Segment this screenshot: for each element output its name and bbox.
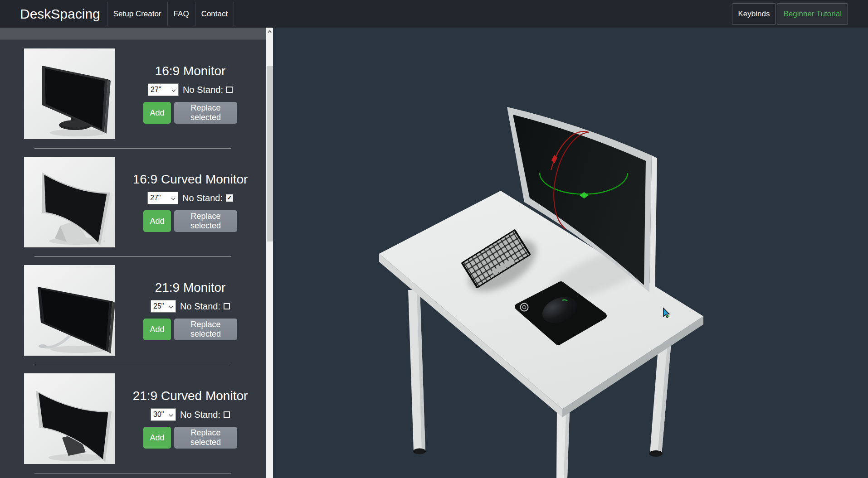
no-stand-checkbox[interactable] [226, 87, 233, 93]
size-select-value: 25" [153, 302, 164, 310]
replace-selected-button[interactable]: Replace selected [174, 102, 237, 124]
product-card: 16:9 Monitor 27" No Stand: Add Replace s… [24, 48, 266, 139]
product-card: 21:9 Curved Monitor 30" No Stand: Add Re… [24, 373, 266, 464]
size-select-value: 27" [150, 194, 161, 202]
add-button[interactable]: Add [143, 427, 171, 449]
product-options-row: 30" No Stand: [151, 408, 230, 421]
chevron-down-icon [169, 410, 173, 419]
sidebar-scrollbar[interactable] [266, 28, 273, 478]
chevron-down-icon [171, 86, 176, 94]
product-divider [34, 473, 231, 473]
product-card: 16:9 Curved Monitor 27" No Stand: ✓ Add … [24, 157, 266, 247]
size-select[interactable]: 27" [147, 192, 178, 204]
product-controls: 16:9 Curved Monitor 27" No Stand: ✓ Add … [115, 157, 266, 247]
nav-item-setup-creator[interactable]: Setup Creator [107, 2, 167, 26]
scrollbar-up-arrow-icon[interactable] [266, 28, 273, 35]
scrollbar-thumb[interactable] [267, 66, 273, 241]
nav-actions: Keybinds Beginner Tutorial [732, 3, 848, 25]
top-nav: DeskSpacing Setup Creator FAQ Contact Ke… [0, 0, 868, 28]
product-divider [34, 365, 231, 365]
size-select[interactable]: 27" [148, 83, 179, 96]
product-divider [34, 256, 231, 257]
product-buttons-row: Add Replace selected [143, 427, 237, 449]
product-thumbnail [24, 265, 115, 356]
product-title: 16:9 Monitor [155, 64, 226, 78]
product-options-row: 27" No Stand: ✓ [147, 192, 233, 204]
chevron-down-icon [171, 194, 176, 202]
product-buttons-row: Add Replace selected [143, 210, 237, 232]
chevron-down-icon [169, 302, 173, 310]
product-controls: 21:9 Monitor 25" No Stand: Add Replace s… [115, 265, 266, 356]
add-button[interactable]: Add [143, 319, 171, 340]
size-select[interactable]: 30" [151, 408, 176, 421]
scene-canvas[interactable] [273, 28, 868, 478]
product-thumbnail [24, 48, 115, 139]
viewport-3d[interactable] [273, 28, 868, 478]
product-card: 21:9 Monitor 25" No Stand: Add Replace s… [24, 265, 266, 356]
beginner-tutorial-button[interactable]: Beginner Tutorial [777, 3, 848, 25]
product-list: 16:9 Monitor 27" No Stand: Add Replace s… [0, 48, 266, 473]
no-stand-checkbox[interactable]: ✓ [226, 194, 233, 202]
no-stand-checkbox[interactable] [224, 303, 230, 309]
sidebar-header-bar [0, 28, 266, 40]
product-buttons-row: Add Replace selected [143, 319, 237, 340]
keybinds-button[interactable]: Keybinds [732, 3, 776, 25]
nav-item-contact[interactable]: Contact [195, 2, 234, 26]
no-stand-label: No Stand: [180, 301, 220, 312]
size-select[interactable]: 25" [151, 300, 176, 313]
size-select-value: 30" [153, 410, 164, 419]
product-controls: 21:9 Curved Monitor 30" No Stand: Add Re… [115, 373, 266, 464]
nav-item-faq[interactable]: FAQ [167, 2, 195, 26]
nav-menu: Setup Creator FAQ Contact [107, 2, 234, 26]
no-stand-label: No Stand: [182, 193, 223, 203]
no-stand-checkbox[interactable] [224, 411, 230, 418]
product-divider [34, 148, 231, 149]
no-stand-label: No Stand: [183, 85, 223, 95]
product-title: 16:9 Curved Monitor [133, 172, 248, 187]
app-logo[interactable]: DeskSpacing [20, 6, 100, 22]
desk-leg-left[interactable] [408, 290, 426, 454]
product-controls: 16:9 Monitor 27" No Stand: Add Replace s… [115, 48, 266, 139]
product-sidebar: 16:9 Monitor 27" No Stand: Add Replace s… [0, 28, 273, 478]
no-stand-label: No Stand: [180, 410, 220, 420]
desk-leg-right[interactable] [649, 343, 671, 457]
product-options-row: 25" No Stand: [151, 300, 230, 313]
replace-selected-button[interactable]: Replace selected [174, 427, 237, 449]
product-thumbnail [24, 373, 115, 464]
product-options-row: 27" No Stand: [148, 83, 233, 96]
product-thumbnail [24, 157, 115, 247]
desk-leg-front[interactable] [556, 411, 570, 478]
product-buttons-row: Add Replace selected [143, 102, 237, 124]
add-button[interactable]: Add [143, 102, 171, 124]
add-button[interactable]: Add [143, 210, 171, 232]
product-title: 21:9 Monitor [155, 280, 226, 295]
size-select-value: 27" [151, 86, 161, 94]
replace-selected-button[interactable]: Replace selected [174, 210, 237, 232]
replace-selected-button[interactable]: Replace selected [174, 319, 237, 340]
product-title: 21:9 Curved Monitor [133, 389, 248, 403]
